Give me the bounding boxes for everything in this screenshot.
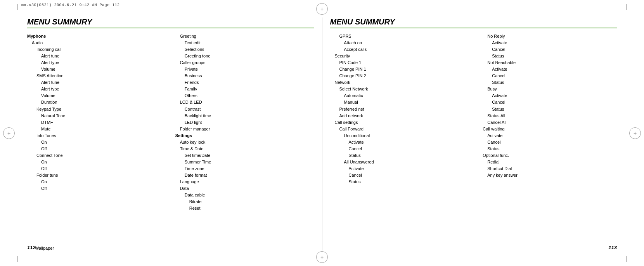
- menu-item: PIN Code 1: [330, 59, 470, 66]
- reg-mark-right: [629, 127, 641, 139]
- menu-item: Call settings: [330, 119, 470, 126]
- menu-item: Time & Date: [171, 146, 310, 152]
- menu-item: Connect Tone: [27, 152, 167, 159]
- menu-item: Settings: [171, 132, 310, 139]
- menu-item: Activate: [473, 92, 613, 99]
- menu-item: Text edit: [171, 40, 310, 46]
- menu-item: DTMF: [27, 119, 167, 126]
- menu-item: Preferred net: [330, 106, 470, 113]
- menu-item: Activate: [330, 165, 470, 172]
- menu-item: Folder manager: [171, 126, 310, 132]
- corner-mark-tr: [619, 4, 627, 10]
- pages-wrapper: MENU SUMMURY MyphoneAudioIncoming callAl…: [0, 0, 644, 266]
- menu-item: Selections: [171, 46, 310, 53]
- menu-item: Redial: [473, 159, 613, 165]
- menu-item: Select Network: [330, 86, 470, 92]
- menu-item: Backlight time: [171, 113, 310, 119]
- menu-item: Contrast: [171, 106, 310, 113]
- menu-item: On: [27, 139, 167, 146]
- menu-item: Status: [473, 79, 613, 86]
- menu-item: Cancel: [473, 139, 613, 146]
- menu-item: Status: [473, 106, 613, 113]
- menu-item: Greeting: [171, 33, 310, 40]
- menu-item: Business: [171, 73, 310, 79]
- menu-item: Language: [171, 179, 310, 185]
- menu-item: Alert type: [27, 59, 167, 66]
- menu-item: Status All: [473, 113, 613, 119]
- menu-item: Shortcut Dial: [473, 165, 613, 172]
- menu-item: Volume: [27, 92, 167, 99]
- menu-item: Status: [473, 146, 613, 152]
- menu-item: Change PIN 2: [330, 73, 470, 79]
- menu-item: LED light: [171, 119, 310, 126]
- menu-item: Busy: [473, 86, 613, 92]
- menu-item: Network: [330, 79, 470, 86]
- menu-item: Cancel: [473, 99, 613, 106]
- menu-item: Any key answer: [473, 172, 613, 179]
- menu-item: Manual: [330, 99, 470, 106]
- menu-item: Call waiting: [473, 126, 613, 132]
- menu-item: Natural Tone: [27, 113, 167, 119]
- menu-item: Off: [27, 146, 167, 152]
- menu-item: Status: [473, 53, 613, 59]
- menu-item: Duration: [27, 99, 167, 106]
- menu-item: Activate: [473, 66, 613, 73]
- menu-item: Change PIN 1: [330, 66, 470, 73]
- menu-item: Date format: [171, 172, 310, 179]
- menu-item: Cancel: [330, 172, 470, 179]
- menu-item: Others: [171, 92, 310, 99]
- menu-item: Status: [330, 152, 470, 159]
- menu-item: Reset: [171, 205, 310, 212]
- right-column-1: GPRSAttach onAccept callsSecurityPIN Cod…: [330, 33, 474, 185]
- left-column-2: GreetingText editSelectionsGreeting tone…: [171, 33, 314, 212]
- menu-item: Attach on: [330, 40, 470, 46]
- page-number-right: 113: [608, 245, 617, 250]
- page-number-left: 112: [27, 245, 36, 250]
- menu-item: Call Forward: [330, 126, 470, 132]
- menu-item: Caller groups: [171, 59, 310, 66]
- menu-item: Alert tune: [27, 79, 167, 86]
- menu-item: Not Reachable: [473, 59, 613, 66]
- menu-item: Cancel All: [473, 119, 613, 126]
- menu-item: Family: [171, 86, 310, 92]
- menu-item: On: [27, 179, 167, 185]
- menu-item: GPRS: [330, 33, 470, 40]
- menu-item: Unconditional: [330, 132, 470, 139]
- right-title: MENU SUMMURY: [330, 17, 617, 28]
- page-divider: [322, 17, 322, 250]
- reg-mark-top: [316, 3, 328, 15]
- menu-item: Activate: [473, 40, 613, 46]
- menu-item: Folder tune: [27, 172, 167, 179]
- menu-item: Automatic: [330, 92, 470, 99]
- menu-item: Time zone: [171, 165, 310, 172]
- corner-mark-br: [619, 256, 627, 262]
- menu-item: LCD & LED: [171, 99, 310, 106]
- menu-item: Off: [27, 165, 167, 172]
- menu-item: Activate: [473, 132, 613, 139]
- menu-item: Data: [171, 185, 310, 192]
- menu-item: Accept calls: [330, 46, 470, 53]
- menu-item: Alert tune: [27, 53, 167, 59]
- page-right: MENU SUMMURY GPRSAttach onAccept callsSe…: [324, 17, 623, 250]
- menu-item: Keypad Type: [27, 106, 167, 113]
- menu-item: Cancel: [330, 146, 470, 152]
- menu-item: Status: [330, 179, 470, 185]
- reg-mark-left: [3, 127, 15, 139]
- menu-item: Bitrate: [171, 198, 310, 205]
- menu-item: Cancel: [473, 73, 613, 79]
- menu-item: SMS Attention: [27, 73, 167, 79]
- menu-item: Summer Time: [171, 159, 310, 165]
- left-column-1: MyphoneAudioIncoming callAlert tuneAlert…: [27, 33, 171, 212]
- menu-item: Myphone: [27, 33, 167, 40]
- menu-item: Incoming call: [27, 46, 167, 53]
- menu-item: Cancel: [473, 46, 613, 53]
- page-label-left: Wallpaper: [35, 246, 54, 250]
- menu-item: Audio: [27, 40, 167, 46]
- reg-mark-bottom: [316, 251, 328, 263]
- menu-item: Volume: [27, 66, 167, 73]
- menu-item: Private: [171, 66, 310, 73]
- menu-item: Security: [330, 53, 470, 59]
- menu-item: Friends: [171, 79, 310, 86]
- menu-item: All Unanswered: [330, 159, 470, 165]
- menu-item: No Reply: [473, 33, 613, 40]
